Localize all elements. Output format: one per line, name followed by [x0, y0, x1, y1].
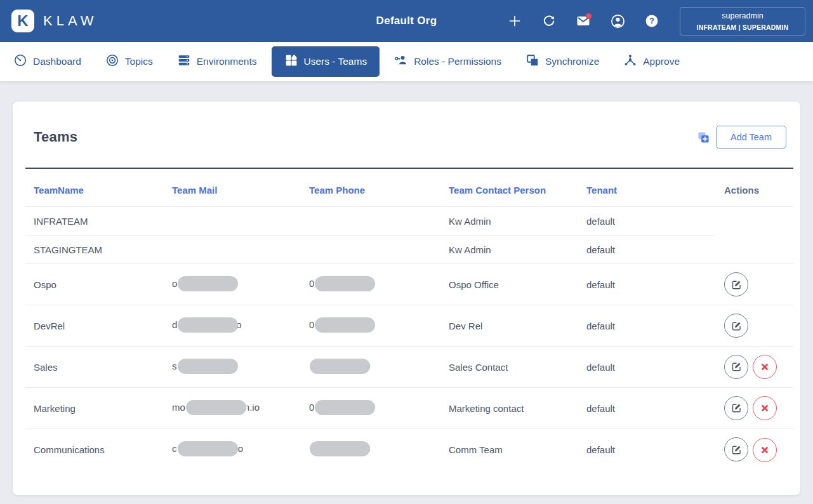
tab-label: Dashboard — [33, 56, 81, 67]
hub-icon — [623, 53, 637, 70]
tenant-cell: default — [578, 305, 716, 347]
tenant-cell: default — [578, 429, 716, 470]
tab-label: Users - Teams — [304, 56, 367, 67]
tab-roles-permissions[interactable]: Roles - Permissions — [385, 46, 511, 77]
app-header: K KLAW Default Org ? superadmin INFRATEA… — [0, 0, 813, 42]
table-row: DevRel do 0 Dev Rel default — [25, 305, 793, 347]
redacted-pill — [315, 400, 375, 415]
actions-cell — [716, 347, 793, 388]
team-phone-cell: 0 — [301, 347, 440, 388]
team-phone-cell: 0 — [301, 305, 440, 347]
delete-team-button[interactable] — [753, 396, 777, 420]
redacted-pill — [178, 359, 238, 374]
user-info[interactable]: superadmin INFRATEAM | SUPERADMIN — [680, 7, 805, 36]
team-phone-cell — [301, 235, 440, 264]
tab-approve[interactable]: Approve — [614, 46, 689, 77]
tab-label: Roles - Permissions — [414, 56, 501, 67]
teams-card: Teams Add Team TeamName Team Mail Team P… — [13, 102, 800, 495]
team-contact-cell: Marketing contact — [440, 388, 578, 429]
team-name-cell: STAGINGTEAM — [25, 235, 164, 264]
actions-cell — [716, 264, 793, 305]
tab-dashboard[interactable]: Dashboard — [4, 46, 91, 77]
team-name-cell: INFRATEAM — [25, 207, 164, 235]
team-phone-cell: 3 — [301, 429, 440, 470]
tab-topics[interactable]: Topics — [96, 46, 162, 77]
col-team-mail[interactable]: Team Mail — [164, 169, 301, 207]
tenant-cell: default — [578, 235, 716, 264]
redacted-pill — [310, 441, 370, 456]
delete-team-button[interactable] — [753, 438, 777, 462]
delete-team-button[interactable] — [753, 355, 777, 379]
user-team-role: INFRATEAM | SUPERADMIN — [689, 23, 796, 31]
team-name-cell: Communications — [25, 429, 164, 470]
col-team-name[interactable]: TeamName — [25, 169, 164, 207]
overlap-squares-icon — [525, 53, 539, 70]
actions-cell — [716, 235, 793, 264]
redacted-pill — [178, 276, 238, 291]
team-phone-cell: 0 — [301, 388, 440, 429]
brand-name: KLAW — [43, 13, 98, 29]
phone-prefix: 0 — [309, 319, 314, 330]
edit-team-button[interactable] — [724, 355, 748, 379]
team-mail-cell: mon.io — [164, 388, 301, 429]
tenant-cell: default — [578, 207, 716, 235]
gauge-icon — [13, 53, 27, 70]
library-add-icon[interactable] — [697, 131, 710, 143]
table-header-row: TeamName Team Mail Team Phone Team Conta… — [25, 169, 793, 207]
redacted-pill — [310, 359, 370, 374]
content-area: Teams Add Team TeamName Team Mail Team P… — [0, 81, 813, 495]
col-actions: Actions — [716, 169, 793, 207]
tab-label: Synchronize — [545, 56, 599, 67]
teams-grid-icon — [284, 53, 298, 70]
actions-cell — [716, 207, 793, 235]
refresh-icon[interactable] — [536, 8, 562, 34]
svg-text:?: ? — [649, 17, 654, 25]
add-team-button[interactable]: Add Team — [716, 126, 786, 149]
mail-prefix: s — [172, 361, 177, 371]
actions-cell — [716, 305, 793, 347]
table-row: INFRATEAM Kw Admin default — [25, 207, 793, 235]
account-icon[interactable] — [605, 8, 630, 34]
table-row: STAGINGTEAM Kw Admin default — [25, 235, 793, 264]
mail-prefix: o — [172, 278, 177, 289]
tab-environments[interactable]: Environments — [168, 46, 267, 77]
help-icon[interactable]: ? — [639, 8, 664, 34]
team-contact-cell: Kw Admin — [440, 235, 578, 264]
team-name-cell: Marketing — [25, 388, 164, 429]
col-team-phone[interactable]: Team Phone — [301, 169, 440, 207]
tab-users-teams[interactable]: Users - Teams — [272, 46, 380, 77]
add-request-icon[interactable] — [502, 8, 527, 34]
team-mail-cell — [164, 235, 301, 264]
mail-prefix: mo — [172, 402, 185, 413]
mail-icon[interactable] — [571, 8, 596, 34]
team-contact-cell: Dev Rel — [440, 305, 578, 347]
team-phone-cell: 0 — [301, 264, 440, 305]
col-team-contact[interactable]: Team Contact Person — [440, 169, 578, 207]
team-contact-cell: Ospo Office — [440, 264, 578, 305]
team-mail-cell — [164, 207, 301, 235]
table-row: Marketing mon.io 0 Marketing contact def… — [25, 388, 793, 429]
tab-label: Approve — [643, 56, 680, 67]
tab-synchronize[interactable]: Synchronize — [516, 46, 609, 77]
edit-team-button[interactable] — [724, 437, 748, 461]
table-row: Communications cio 3 Comm Team default — [25, 429, 793, 470]
edit-team-button[interactable] — [724, 314, 748, 338]
edit-team-button[interactable] — [724, 396, 748, 420]
brand[interactable]: K KLAW — [11, 10, 98, 32]
klaw-logo-icon: K — [11, 10, 34, 32]
page-title: Teams — [34, 129, 77, 145]
team-contact-cell: Sales Contact — [440, 347, 578, 388]
tenant-cell: default — [578, 264, 716, 305]
mail-notification-badge — [586, 13, 592, 19]
main-nav: Dashboard Topics Environments Users - Te… — [0, 42, 813, 81]
table-row: Ospo o 0 Ospo Office default — [25, 264, 793, 305]
person-key-icon — [394, 53, 408, 70]
tab-label: Environments — [197, 56, 257, 67]
team-mail-cell: s — [164, 347, 301, 388]
edit-team-button[interactable] — [724, 272, 748, 296]
team-mail-cell: cio — [164, 429, 301, 470]
col-tenant[interactable]: Tenant — [578, 169, 716, 207]
team-name-cell: Sales — [25, 347, 164, 388]
phone-prefix: 0 — [309, 278, 314, 289]
org-title: Default Org — [376, 15, 437, 27]
